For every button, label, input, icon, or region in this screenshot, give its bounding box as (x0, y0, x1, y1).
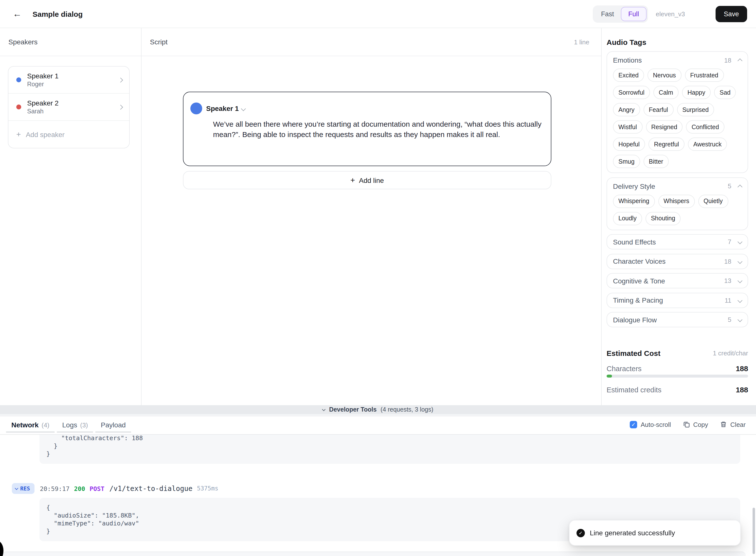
line-speaker-name[interactable]: Speaker 1 (206, 104, 239, 112)
speed-option-full[interactable]: Full (621, 7, 647, 21)
tag-pill[interactable]: Conflicted (686, 120, 724, 134)
tag-pill[interactable]: Angry (613, 103, 640, 116)
chevron-up-icon (737, 184, 743, 189)
dialogue-line-card[interactable]: Speaker 1 We’ve all been there where you… (183, 92, 551, 166)
tag-section-label: Delivery Style (613, 182, 728, 190)
tag-pill[interactable]: Bitter (643, 155, 668, 168)
tag-pill[interactable]: Excited (613, 69, 644, 82)
tag-section-count: 5 (728, 316, 731, 323)
tag-pill[interactable]: Resigned (646, 120, 683, 134)
copy-button[interactable]: Copy (683, 421, 708, 428)
chevron-down-icon[interactable] (241, 106, 246, 111)
chevron-right-icon (118, 77, 123, 82)
script-body: Speaker 1 We’ve all been there where you… (141, 56, 601, 405)
tag-section-label: Dialogue Flow (613, 316, 728, 323)
chevron-down-icon (737, 259, 743, 264)
response-badge[interactable]: RES (12, 483, 35, 494)
audio-tags-title: Audio Tags (606, 38, 646, 46)
speakers-panel: Speakers Speaker 1RogerSpeaker 2Sarah+Ad… (0, 28, 141, 405)
speed-option-fast[interactable]: Fast (594, 7, 621, 21)
tab-network[interactable]: Network(4) (6, 417, 55, 433)
tag-section-header[interactable]: Delivery Style5 (613, 182, 742, 190)
add-line-button[interactable]: + Add line (183, 171, 551, 189)
page-title: Sample dialog (33, 10, 83, 18)
tab-count: (3) (80, 421, 88, 429)
tag-pill[interactable]: Quietly (698, 195, 728, 208)
tag-pill[interactable]: Nervous (648, 69, 681, 82)
tag-section-count: 7 (728, 238, 731, 245)
audio-tag-section-dialogue-flow: Dialogue Flow5 (606, 312, 748, 327)
back-arrow-icon: ← (13, 9, 22, 19)
tag-section-header[interactable]: Timing & Pacing11 (613, 296, 742, 304)
devtools-scrollbar-thumb[interactable] (753, 508, 755, 554)
trash-icon (720, 421, 727, 428)
line-count: 1 line (574, 38, 593, 45)
cost-title: Estimated Cost (606, 349, 713, 357)
characters-value: 188 (736, 364, 748, 373)
tag-pill[interactable]: Whispering (613, 195, 655, 208)
speakers-header: Speakers (0, 28, 141, 56)
developer-tools-divider (0, 414, 756, 417)
speaker-voice: Roger (27, 80, 119, 88)
tag-pill[interactable]: Fearful (643, 103, 673, 116)
code-line: } (46, 442, 733, 450)
tag-pill[interactable]: Surprised (677, 103, 714, 116)
tab-inner: Network(4) (6, 417, 55, 431)
tag-pill[interactable]: Calm (653, 86, 679, 99)
chevron-down-icon (737, 317, 743, 322)
tab-payload[interactable]: Payload (95, 417, 131, 433)
speaker-meta: Speaker 2Sarah (27, 99, 119, 115)
audio-tag-section-sound-effects: Sound Effects7 (606, 234, 748, 249)
developer-tools-bar[interactable]: Developer Tools (4 requests, 3 logs) (0, 405, 756, 414)
tag-pill[interactable]: Sorrowful (613, 86, 650, 99)
credits-label: Estimated credits (606, 386, 736, 393)
tag-section-count: 11 (725, 297, 731, 304)
tag-pill[interactable]: Wistful (613, 120, 642, 134)
response-json-block: "lines": 1, "totalCharacters": 188 }} (39, 435, 740, 464)
speaker-voice: Sarah (27, 107, 119, 115)
tag-pill[interactable]: Loudly (613, 212, 642, 225)
tag-pill-list: WhisperingWhispersQuietlyLoudlyShouting (613, 195, 742, 225)
speaker-list: Speaker 1RogerSpeaker 2Sarah+Add speaker (8, 66, 130, 148)
characters-progress-fill (606, 375, 612, 378)
speaker-row[interactable]: Speaker 1Roger (8, 67, 129, 94)
top-bar-actions: FastFull eleven_v3 Save (593, 0, 747, 28)
save-button[interactable]: Save (716, 6, 747, 22)
tag-pill[interactable]: Hopeful (613, 138, 645, 151)
tag-pill[interactable]: Shouting (646, 212, 681, 225)
response-badge-label: RES (20, 485, 30, 492)
tag-section-count: 18 (724, 257, 731, 265)
code-line: "audioSize": "185.8KB", (46, 512, 733, 520)
tag-pill[interactable]: Sad (714, 86, 736, 99)
tag-pill[interactable]: Frustrated (685, 69, 724, 82)
tab-logs[interactable]: Logs(3) (57, 417, 94, 433)
tag-pill[interactable]: Whispers (658, 195, 695, 208)
tag-section-header[interactable]: Character Voices18 (613, 257, 742, 265)
add-speaker-button[interactable]: +Add speaker (8, 121, 129, 148)
speakers-title: Speakers (8, 38, 37, 46)
tag-pill[interactable]: Smug (613, 155, 640, 168)
speaker-row[interactable]: Speaker 2Sarah (8, 94, 129, 121)
tag-pill[interactable]: Regretful (649, 138, 684, 151)
tag-pill[interactable]: Happy (682, 86, 711, 99)
audio-tags-panel: Audio Tags Emotions18ExcitedNervousFrust… (602, 28, 756, 405)
checkbox-checked-icon[interactable]: ✓ (630, 421, 637, 428)
autoscroll-label: Auto-scroll (640, 421, 671, 428)
tag-section-count: 5 (728, 182, 731, 190)
script-header: Script 1 line (141, 28, 601, 56)
back-button[interactable]: ← (10, 6, 25, 21)
model-label: eleven_v3 (656, 10, 685, 18)
tag-section-label: Cognitive & Tone (613, 277, 724, 285)
tag-section-header[interactable]: Dialogue Flow5 (613, 316, 742, 323)
tag-pill[interactable]: Awestruck (688, 138, 727, 151)
tag-section-header[interactable]: Cognitive & Tone13 (613, 277, 742, 285)
clear-button[interactable]: Clear (720, 421, 746, 428)
tab-label: Logs (62, 421, 77, 429)
tag-section-header[interactable]: Sound Effects7 (613, 238, 742, 246)
autoscroll-toggle[interactable]: ✓ Auto-scroll (630, 421, 671, 428)
plus-icon: + (350, 176, 355, 184)
line-text[interactable]: We’ve all been there where you’re starti… (213, 119, 547, 139)
request-path: /v1/text-to-dialogue (109, 485, 193, 492)
copy-label: Copy (693, 421, 708, 428)
tag-section-header[interactable]: Emotions18 (613, 56, 742, 64)
